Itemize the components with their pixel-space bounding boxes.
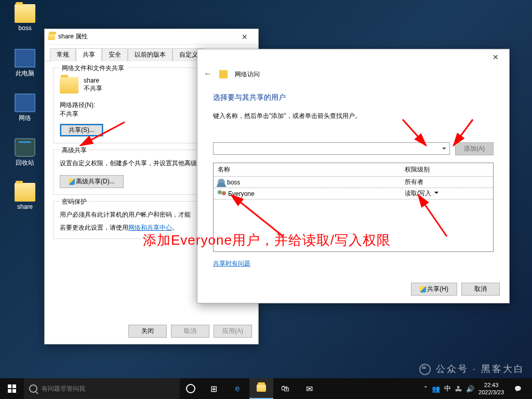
tray-volume-icon[interactable]: 🔊 — [466, 385, 474, 393]
search-box[interactable]: 有问题尽管问我 — [24, 378, 180, 399]
perm-dropdown[interactable]: 读取/写入 — [401, 189, 493, 198]
section-title: 密码保护 — [60, 197, 89, 206]
network-center-link[interactable]: 网络和共享中心 — [128, 224, 172, 231]
description: 键入名称，然后单击"添加"，或者单击箭头查找用户。 — [213, 112, 494, 121]
desktop-icon-boss[interactable]: boss — [9, 4, 41, 32]
task-view-icon[interactable]: ⊞ — [202, 378, 225, 399]
heading: 选择要与其共享的用户 — [213, 93, 494, 102]
share-name: share — [84, 77, 102, 84]
tab-sharing[interactable]: 共享 — [76, 48, 102, 61]
tray-people-icon[interactable]: 👥 — [432, 385, 440, 393]
col-header-name[interactable]: 名称 — [214, 163, 401, 176]
start-button[interactable] — [0, 378, 24, 399]
store-icon[interactable]: 🛍 — [273, 378, 297, 399]
chevron-down-icon — [434, 192, 438, 196]
window-title: 网络访问 — [235, 70, 260, 79]
notifications-icon[interactable]: 💬 — [508, 378, 528, 399]
add-button[interactable]: 添加(A) — [455, 142, 494, 155]
section-title: 高级共享 — [60, 146, 89, 155]
help-link[interactable]: 共享时有问题 — [213, 260, 250, 267]
apply-button[interactable]: 应用(A) — [214, 325, 252, 338]
tab-general[interactable]: 常规 — [50, 48, 76, 61]
advanced-share-button[interactable]: 高级共享(D)... — [60, 175, 124, 188]
share-button[interactable]: 共享(H) — [411, 283, 457, 296]
svg-rect-8 — [12, 389, 16, 393]
desktop-icon-pc[interactable]: 此电脑 — [9, 49, 41, 78]
perm-value: 所有者 — [401, 178, 493, 187]
share-status: 不共享 — [84, 84, 102, 93]
cortana-icon[interactable] — [186, 384, 195, 393]
permissions-grid: 名称 权限级别 boss 所有者 Everyone 读取/写入 — [213, 163, 494, 252]
properties-titlebar[interactable]: share 属性 ✕ — [45, 29, 258, 45]
close-button[interactable]: 关闭 — [128, 325, 167, 338]
close-icon[interactable]: ✕ — [485, 50, 506, 64]
back-icon[interactable]: ← — [204, 69, 214, 79]
table-row[interactable]: boss 所有者 — [214, 177, 493, 188]
table-row[interactable]: Everyone 读取/写入 — [214, 188, 493, 200]
search-icon — [29, 384, 37, 393]
tab-previous[interactable]: 以前的版本 — [128, 48, 172, 61]
folder-icon — [60, 77, 78, 94]
svg-rect-6 — [12, 384, 16, 388]
desktop-icon-recycle[interactable]: 回收站 — [9, 138, 41, 167]
windows-icon — [8, 384, 16, 393]
user-name: boss — [227, 179, 240, 186]
group-icon — [218, 190, 226, 197]
watermark: ❝公众号 · 黑客大白 — [419, 363, 525, 375]
section-title: 网络文件和文件夹共享 — [60, 64, 126, 73]
cancel-button[interactable]: 取消 — [171, 325, 209, 338]
shield-icon — [420, 286, 426, 292]
user-name: Everyone — [228, 190, 255, 197]
user-icon — [218, 179, 225, 186]
search-placeholder: 有问题尽管问我 — [42, 384, 85, 393]
mail-icon[interactable]: ✉ — [297, 378, 321, 399]
network-access-window: ✕ ← 网络访问 选择要与其共享的用户 键入名称，然后单击"添加"，或者单击箭头… — [197, 49, 510, 303]
tray-chevron-icon[interactable]: ˄ — [424, 385, 428, 393]
explorer-icon[interactable] — [249, 378, 273, 399]
user-combo[interactable] — [213, 142, 450, 155]
tray-ime-icon[interactable]: 中 — [444, 384, 451, 393]
tray-network-icon[interactable]: 🖧 — [455, 385, 462, 393]
properties-title: share 属性 — [58, 32, 234, 41]
share-button[interactable]: 共享(S)... — [60, 124, 103, 137]
edge-icon[interactable]: e — [225, 378, 249, 399]
col-header-perm[interactable]: 权限级别 — [401, 163, 493, 176]
taskbar: 有问题尽管问我 ⊞ e 🛍 ✉ ˄ 👥 中 🖧 🔊 22:43 2022/3/2… — [0, 378, 532, 399]
folder-icon — [48, 34, 55, 40]
svg-rect-5 — [8, 384, 11, 388]
desktop-icon-network[interactable]: 网络 — [9, 94, 41, 123]
desktop-icon-share[interactable]: share — [9, 183, 41, 210]
close-icon[interactable]: ✕ — [234, 30, 255, 44]
tab-security[interactable]: 安全 — [102, 48, 128, 61]
folder-icon — [219, 70, 228, 78]
shield-icon — [69, 179, 75, 185]
clock[interactable]: 22:43 2022/3/23 — [478, 381, 504, 396]
cancel-button[interactable]: 取消 — [461, 283, 500, 296]
svg-rect-7 — [8, 389, 11, 393]
